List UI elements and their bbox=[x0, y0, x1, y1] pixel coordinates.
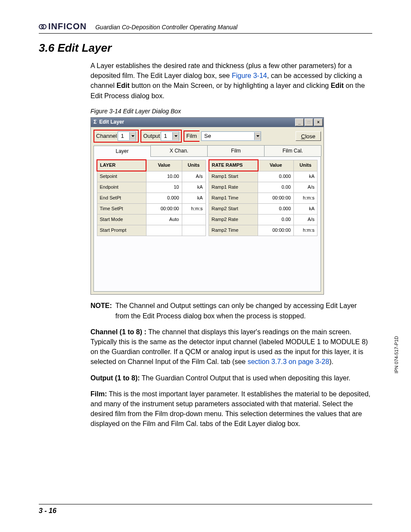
ipn-label: IPN 074-517-P1D bbox=[394, 336, 399, 373]
tab-layer[interactable]: Layer bbox=[93, 146, 151, 157]
tab-filmcal[interactable]: Film Cal. bbox=[264, 145, 321, 156]
film-select[interactable]: Se bbox=[201, 131, 261, 141]
note-paragraph: NOTE: The Channel and Output settings ca… bbox=[90, 301, 372, 320]
output-group: Output 1 bbox=[140, 130, 182, 143]
film-group: Film bbox=[184, 131, 199, 142]
rateramps-table: RATE RAMPS Value Units Ramp1 Start0.000k… bbox=[209, 159, 318, 236]
table-row: Ramp1 Start0.000kA bbox=[209, 171, 318, 182]
tab-film[interactable]: Film bbox=[207, 145, 265, 156]
film-paragraph: Film: This is the most important layer p… bbox=[90, 389, 372, 429]
note-label: NOTE: bbox=[90, 301, 112, 320]
chevron-down-icon[interactable] bbox=[254, 132, 261, 140]
page-footer: 3 - 16 bbox=[39, 504, 372, 515]
tab-xchan[interactable]: X Chan. bbox=[150, 145, 208, 156]
close-button[interactable]: Close bbox=[296, 131, 321, 141]
chevron-down-icon[interactable] bbox=[172, 132, 179, 140]
section-heading: 3.6 Edit Layer bbox=[39, 41, 372, 55]
sigma-icon: Σ bbox=[93, 118, 97, 126]
rateramps-header: RATE RAMPS bbox=[209, 160, 258, 171]
chevron-down-icon[interactable] bbox=[129, 132, 136, 140]
layer-header: LAYER bbox=[97, 160, 146, 171]
tab-panel: LAYER Value Units Setpoint10.00A/s Endpo… bbox=[93, 156, 321, 292]
intro-paragraph: A Layer establishes the desired rate and… bbox=[90, 61, 372, 101]
dialog-title: Edit Layer bbox=[99, 118, 294, 126]
svg-marker-2 bbox=[131, 135, 134, 137]
table-row: Ramp2 Rate0.00A/s bbox=[209, 215, 318, 225]
output-select[interactable]: 1 bbox=[161, 131, 179, 141]
channel-paragraph: Channel (1 to 8) : The channel that disp… bbox=[90, 327, 372, 367]
document-title: Guardian Co-Deposition Controller Operat… bbox=[95, 24, 237, 31]
layer-table: LAYER Value Units Setpoint10.00A/s Endpo… bbox=[97, 159, 206, 236]
channel-group: Channel 1 bbox=[93, 130, 139, 143]
table-row: Ramp1 Rate0.00A/s bbox=[209, 182, 318, 193]
minimize-button[interactable]: _ bbox=[295, 118, 304, 126]
edit-layer-dialog: Σ Edit Layer _ □ × Channel 1 Output bbox=[90, 117, 324, 295]
table-row: Ramp2 Start0.000kA bbox=[209, 204, 318, 215]
svg-marker-4 bbox=[256, 135, 259, 137]
table-row: Ramp1 Time00:00:00h:m:s bbox=[209, 193, 318, 204]
page-header: INFICON Guardian Co-Deposition Controlle… bbox=[39, 22, 372, 34]
table-row: Time SetPt00:00:00h:m:s bbox=[97, 204, 206, 215]
figure-link[interactable]: Figure 3-14 bbox=[232, 72, 267, 79]
svg-marker-3 bbox=[174, 135, 177, 137]
dialog-titlebar[interactable]: Σ Edit Layer _ □ × bbox=[91, 118, 324, 127]
dialog-toolbar: Channel 1 Output 1 Film bbox=[91, 127, 324, 145]
channel-label: Channel bbox=[96, 132, 117, 140]
output-label: Output bbox=[143, 132, 160, 140]
table-row: Start ModeAuto bbox=[97, 215, 206, 225]
section-link[interactable]: section 3.7.3 on page 3-28 bbox=[248, 358, 329, 365]
table-row: Setpoint10.00A/s bbox=[97, 171, 206, 182]
close-window-button[interactable]: × bbox=[314, 118, 323, 126]
figure-caption: Figure 3-14 Edit Layer Dialog Box bbox=[90, 107, 372, 115]
company-logo: INFICON bbox=[39, 22, 87, 31]
channel-select[interactable]: 1 bbox=[118, 131, 136, 141]
company-name: INFICON bbox=[48, 22, 87, 31]
output-paragraph: Output (1 to 8): The Guardian Control Ou… bbox=[90, 373, 372, 383]
film-label: Film bbox=[186, 132, 197, 140]
tab-strip: Layer X Chan. Film Film Cal. bbox=[91, 145, 324, 156]
table-row: Ramp2 Time00:00:00h:m:s bbox=[209, 225, 318, 236]
table-row: Start Prompt bbox=[97, 225, 206, 236]
table-row: End SetPt0.000kA bbox=[97, 193, 206, 204]
maximize-button: □ bbox=[305, 118, 313, 126]
table-row: Endpoint10kA bbox=[97, 182, 206, 193]
